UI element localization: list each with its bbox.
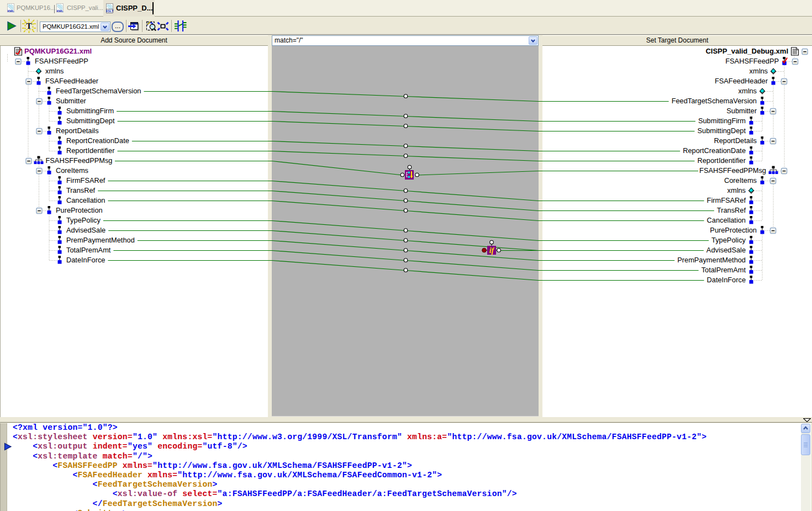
svg-text:XSLT: XSLT (106, 9, 114, 13)
svg-text:T: T (26, 22, 31, 30)
svg-text:XML: XML (56, 9, 64, 13)
svg-text:XML: XML (7, 9, 14, 13)
svg-text:if: if (489, 246, 495, 255)
